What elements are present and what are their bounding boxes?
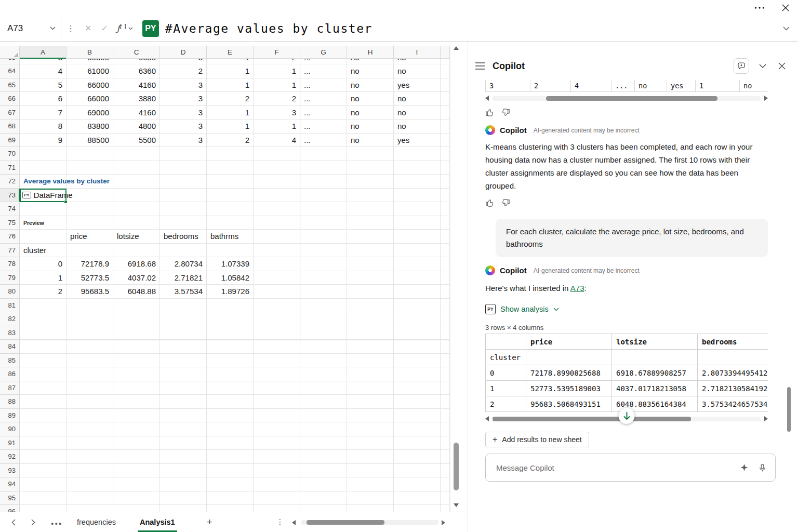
cell-sliver-85[interactable] xyxy=(441,354,450,368)
cell-B82[interactable] xyxy=(66,312,113,326)
row-header-81[interactable]: 81 xyxy=(0,299,20,313)
cell-D76[interactable]: bedrooms xyxy=(160,230,207,244)
cell-C79[interactable]: 4037.02 xyxy=(113,271,160,285)
cell-I90[interactable] xyxy=(394,422,441,436)
cell-G71[interactable] xyxy=(300,161,347,175)
cell-G67[interactable]: ... xyxy=(300,106,347,120)
cell-G74[interactable] xyxy=(300,202,347,216)
cell-sliver-63[interactable] xyxy=(441,59,450,64)
cell-G64[interactable]: ... xyxy=(300,64,347,78)
cell-H95[interactable] xyxy=(347,491,394,506)
cell-B63[interactable]: 60300 xyxy=(66,59,113,64)
cell-H96[interactable] xyxy=(347,505,394,512)
cell-sliver-77[interactable] xyxy=(441,244,450,258)
cell-F88[interactable] xyxy=(254,395,300,409)
cell-sliver-89[interactable] xyxy=(441,409,450,423)
row-header-68[interactable]: 68 xyxy=(0,119,20,134)
row-header-83[interactable]: 83 xyxy=(0,326,20,340)
cell-I70[interactable] xyxy=(394,147,441,161)
cell-H71[interactable] xyxy=(347,161,394,175)
cell-D85[interactable] xyxy=(160,354,207,368)
cell-D83[interactable] xyxy=(160,326,207,340)
formula-bar-kebab-icon[interactable]: ⋮ xyxy=(66,23,75,33)
cell-E89[interactable] xyxy=(207,409,254,423)
cell-E69[interactable]: 2 xyxy=(207,134,254,148)
cell-E64[interactable]: 1 xyxy=(207,64,254,78)
cell-F70[interactable] xyxy=(254,147,300,161)
cell-H67[interactable]: no xyxy=(347,106,394,120)
cell-G68[interactable]: ... xyxy=(300,119,347,134)
row-header-75[interactable]: 75 xyxy=(0,216,20,230)
prev-sheet-icon[interactable] xyxy=(11,519,16,526)
row-header-85[interactable]: 85 xyxy=(0,354,20,368)
cell-H68[interactable]: no xyxy=(347,119,394,134)
cell-C93[interactable] xyxy=(113,464,160,478)
cell-H69[interactable]: no xyxy=(347,134,394,148)
cell-F79[interactable] xyxy=(254,271,300,285)
cell-C69[interactable]: 5500 xyxy=(113,134,160,148)
row-header-93[interactable]: 93 xyxy=(0,464,20,478)
row-header-92[interactable]: 92 xyxy=(0,450,20,464)
row-header-88[interactable]: 88 xyxy=(0,395,20,409)
row-header-72[interactable]: 72 xyxy=(0,175,20,189)
cell-C82[interactable] xyxy=(113,312,160,326)
cell-A77[interactable]: cluster xyxy=(20,244,66,258)
cell-D67[interactable]: 3 xyxy=(160,106,207,120)
cell-A69[interactable]: 9 xyxy=(20,134,66,148)
formula-bar-expand-icon[interactable] xyxy=(783,26,790,31)
cell-H92[interactable] xyxy=(347,450,394,464)
cell-A85[interactable] xyxy=(20,354,66,368)
message-input[interactable] xyxy=(496,463,730,472)
cell-H94[interactable] xyxy=(347,477,394,491)
cell-D79[interactable]: 2.71821 xyxy=(160,271,207,285)
row-header-74[interactable]: 74 xyxy=(0,202,20,216)
cell-G84[interactable] xyxy=(300,340,347,354)
cell-E65[interactable]: 1 xyxy=(207,78,254,92)
row-header-77[interactable]: 77 xyxy=(0,244,20,258)
cell-B70[interactable] xyxy=(66,147,113,161)
cell-sliver-64[interactable] xyxy=(441,64,450,78)
cell-G96[interactable] xyxy=(300,505,347,512)
grid-vscroll-thumb[interactable] xyxy=(454,443,459,490)
cell-A87[interactable] xyxy=(20,381,66,395)
cell-H75[interactable] xyxy=(347,216,394,230)
row-header-86[interactable]: 86 xyxy=(0,367,20,381)
cell-I94[interactable] xyxy=(394,477,441,491)
cell-A91[interactable] xyxy=(20,436,66,450)
cell-I64[interactable]: no xyxy=(394,64,441,78)
cell-C64[interactable]: 6360 xyxy=(113,64,160,78)
cell-I91[interactable] xyxy=(394,436,441,450)
cell-C78[interactable]: 6918.68 xyxy=(113,257,160,271)
cell-C70[interactable] xyxy=(113,147,160,161)
column-header-B[interactable]: B xyxy=(66,46,113,59)
cell-D69[interactable]: 3 xyxy=(160,134,207,148)
cell-sliver-81[interactable] xyxy=(441,299,450,313)
cell-sliver-65[interactable] xyxy=(441,78,450,92)
hscroll-left-icon[interactable] xyxy=(292,520,296,525)
cell-D65[interactable]: 3 xyxy=(160,78,207,92)
cell-F91[interactable] xyxy=(254,436,300,450)
cell-E80[interactable]: 1.89726 xyxy=(207,285,254,299)
sheet-list-icon[interactable]: ●●● xyxy=(51,521,62,526)
cell-sliver-79[interactable] xyxy=(441,271,450,285)
cell-H83[interactable] xyxy=(347,326,394,340)
cell-A75[interactable]: Preview xyxy=(20,216,66,230)
cell-F76[interactable] xyxy=(254,230,300,244)
function-chevron-icon[interactable] xyxy=(128,27,133,30)
cell-E71[interactable] xyxy=(207,161,254,175)
cell-B66[interactable]: 66000 xyxy=(66,92,113,106)
cell-G81[interactable] xyxy=(300,299,347,313)
cell-G91[interactable] xyxy=(300,436,347,450)
cell-H84[interactable] xyxy=(347,340,394,354)
enter-icon[interactable]: ✓ xyxy=(101,23,108,33)
cell-D91[interactable] xyxy=(160,436,207,450)
cell-F66[interactable]: 2 xyxy=(254,92,300,106)
cell-A96[interactable] xyxy=(20,505,66,512)
cell-H70[interactable] xyxy=(347,147,394,161)
cell-F77[interactable] xyxy=(254,244,300,258)
cell-G92[interactable] xyxy=(300,450,347,464)
cell-F87[interactable] xyxy=(254,381,300,395)
cell-G75[interactable] xyxy=(300,216,347,230)
row-header-69[interactable]: 69 xyxy=(0,134,20,148)
cell-I71[interactable] xyxy=(394,161,441,175)
